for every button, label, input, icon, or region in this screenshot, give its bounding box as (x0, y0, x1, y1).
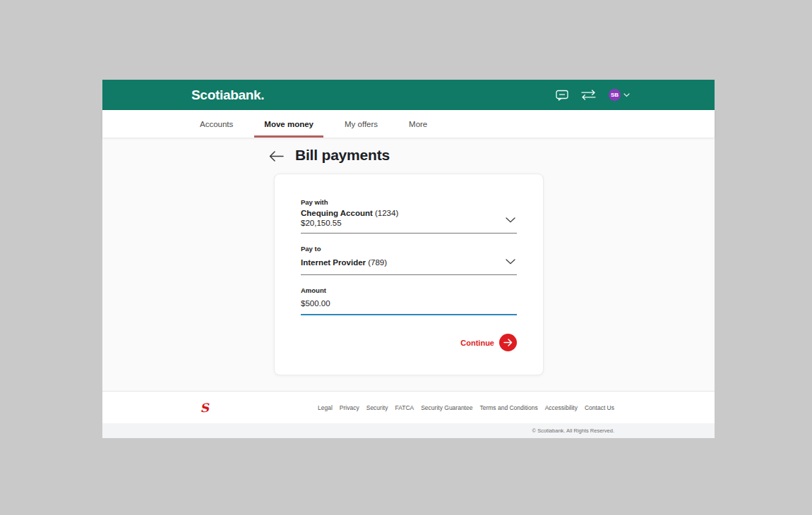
bill-payment-card: Pay with Chequing Account (1234) $20,150… (274, 174, 544, 375)
pay-with-select[interactable]: Chequing Account (1234) $20,150.55 (301, 209, 517, 234)
transfer-icon[interactable] (580, 90, 597, 100)
footer: S Legal Privacy Security FATCA Security … (102, 391, 715, 423)
tab-my-offers[interactable]: My offers (335, 110, 388, 138)
content-area: Bill payments Pay with Chequing Account … (102, 138, 715, 391)
account-balance: $20,150.55 (301, 219, 517, 227)
amount-input[interactable] (301, 299, 517, 315)
footer-link-fatca[interactable]: FATCA (395, 404, 414, 411)
footer-link-privacy[interactable]: Privacy (340, 404, 359, 411)
payee-number: (789) (368, 258, 387, 267)
continue-button[interactable]: Continue (301, 334, 517, 351)
account-name: Chequing Account (301, 209, 373, 217)
footer-links: Legal Privacy Security FATCA Security Gu… (318, 404, 614, 411)
copyright-text: © Scotiabank. All Rights Reserved. (532, 428, 614, 434)
amount-label: Amount (301, 286, 517, 294)
profile-menu[interactable]: SB (609, 89, 630, 101)
app-header: Scotiabank. SB (102, 80, 715, 110)
arrow-right-icon (499, 334, 517, 351)
footer-link-contact-us[interactable]: Contact Us (585, 404, 614, 411)
account-number: (1234) (375, 209, 398, 217)
chevron-down-icon (623, 93, 630, 97)
footer-link-terms-and-conditions[interactable]: Terms and Conditions (479, 404, 537, 411)
back-button[interactable] (269, 149, 284, 162)
footer-link-accessibility[interactable]: Accessibility (545, 404, 578, 411)
chevron-down-icon (506, 255, 515, 267)
page-title: Bill payments (295, 147, 390, 164)
main-nav: Accounts Move money My offers More (102, 110, 715, 138)
chat-icon[interactable] (556, 90, 568, 101)
footer-link-security-guarantee[interactable]: Security Guarantee (421, 404, 472, 411)
scotiabank-logo[interactable]: Scotiabank. (191, 87, 264, 103)
avatar: SB (609, 89, 621, 101)
scotiabank-flying-s-icon: S (200, 400, 211, 415)
payee: Internet Provider (789) (301, 258, 517, 267)
back-arrow-icon (269, 151, 284, 162)
continue-label: Continue (460, 339, 494, 347)
tab-move-money[interactable]: Move money (254, 110, 323, 138)
tab-accounts[interactable]: Accounts (190, 110, 243, 138)
payee-name: Internet Provider (301, 258, 366, 267)
pay-with-account: Chequing Account (1234) (301, 209, 517, 217)
copyright-bar: © Scotiabank. All Rights Reserved. (102, 423, 715, 438)
footer-link-legal[interactable]: Legal (318, 404, 333, 411)
pay-to-label: Pay to (301, 245, 517, 253)
title-row: Bill payments (269, 147, 390, 164)
header-actions: SB (556, 89, 630, 101)
pay-with-label: Pay with (301, 198, 517, 206)
chevron-down-icon (506, 213, 515, 226)
pay-to-select[interactable]: Internet Provider (789) (301, 253, 517, 275)
app-window: Scotiabank. SB (102, 80, 715, 438)
footer-link-security[interactable]: Security (366, 404, 388, 411)
tab-more[interactable]: More (399, 110, 437, 138)
